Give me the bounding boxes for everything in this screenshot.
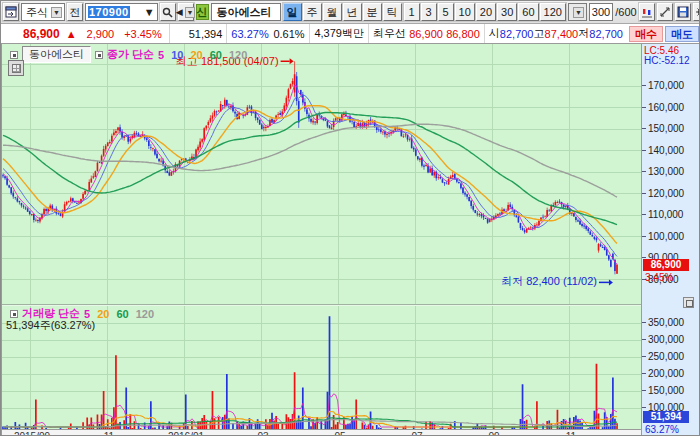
date-label: 05 [317,431,363,436]
volume-gridlines [2,306,642,429]
tick-mark [642,257,646,258]
best-bid: 86,800 [446,28,480,40]
high-label: 고 [534,26,545,41]
price-chart-canvas[interactable]: 최고 181,500 (04/07)최저 82,400 (11/02) [2,44,642,304]
legend-checkbox[interactable] [10,310,18,318]
settings-button[interactable] [693,3,700,21]
volume-tick-label: 350,000 [648,317,684,328]
price-change: 2,900 [87,28,115,40]
price-tick: 140,000 [642,145,684,156]
price-tick: 120,000 [642,188,684,199]
minute-button-60[interactable]: 60 [518,3,538,21]
legend-checkbox[interactable] [95,51,103,59]
chart-area: 최고 181,500 (04/07)최저 82,400 (11/02) 동아에스… [1,44,641,436]
tick-mark [642,339,646,340]
volume-chart-canvas[interactable] [2,306,642,429]
volume-tick-label: 200,000 [648,368,684,379]
price-tick-label: 160,000 [648,102,684,113]
main-toolbar: 주식▼ 전 170900▼ ◀▼ 신 동아에스티 일주월년분틱 13510203… [1,1,700,24]
scale-icon [659,6,671,18]
current-price: 86,900 [23,27,60,41]
low-label: 저 [578,26,589,41]
best-quote-label: 최우선 [373,26,406,41]
tick-mark [642,214,646,215]
volume-tick: 150,000 [642,385,684,396]
minute-button-group: 13510203060120 [404,3,566,21]
period-button-monthly[interactable]: 월 [323,3,342,21]
tick-mark [642,356,646,357]
low-annotation: 최저 82,400 (11/02) [501,275,597,287]
sell-button[interactable]: 매도 [665,26,699,42]
volume-tick: 350,000 [642,317,684,328]
date-label: 2016/01 [163,431,209,436]
date-label: 2015/09 [9,431,55,436]
open-label: 시 [489,26,500,41]
stock-name-field[interactable]: 동아에스티 [211,3,281,21]
tick-mark [642,85,646,86]
volume-value: 51,394 [189,28,223,40]
date-label: 11 [86,431,132,436]
volume-tick-label: 300,000 [648,334,684,345]
period-button-yearly[interactable]: 년 [343,3,362,21]
bar-count-input[interactable]: 300 [589,3,613,21]
panel-option-button[interactable] [683,297,694,308]
low-arrow-icon [609,279,613,285]
change-percent: +3.45% [124,28,162,40]
minute-button-120[interactable]: 120 [540,3,566,21]
current-change-badge: 3.45% [645,272,673,283]
tick-mark [642,373,646,374]
best-ask: 86,900 [409,28,443,40]
interval-combo[interactable]: ▼ [568,3,587,21]
open-price: 82,700 [500,28,534,40]
volume-tick: 250,000 [642,351,684,362]
candle-move-icon [641,6,653,18]
price-tick: 130,000 [642,166,684,177]
minute-button-1[interactable]: 1 [404,3,420,21]
tick-mark [642,150,646,151]
period-button-weekly[interactable]: 주 [303,3,322,21]
market-all-button[interactable]: 전 [67,3,83,21]
price-tick: 110,000 [642,209,683,220]
stock-code-input[interactable]: 170900▼ [85,3,158,21]
save-button[interactable] [675,3,691,21]
asset-type-combo[interactable]: 주식▼ [21,3,65,21]
tick-mark [642,193,646,194]
tick-mark [642,171,646,172]
price-tick-label: 170,000 [648,80,684,91]
price-tick-label: 130,000 [648,166,684,177]
low-price: 82,700 [589,28,623,40]
chart-tool-button[interactable] [8,60,24,76]
minute-button-10[interactable]: 10 [455,3,475,21]
current-volume-badge: 51,394 [643,411,689,423]
chevron-down-icon: ▼ [51,7,62,18]
prev-stock-button[interactable]: ◀▼ [178,3,194,21]
left-arrow-icon: ◀ [176,7,183,17]
minute-button-30[interactable]: 30 [497,3,517,21]
tick-mark [642,390,646,391]
up-arrow-icon: ▲ [66,28,77,40]
stock-search-button[interactable] [160,3,176,21]
legend-checkbox[interactable] [10,51,18,59]
minute-button-20[interactable]: 20 [476,3,496,21]
period-button-group: 일주월년분틱 [283,3,402,21]
volume-tick: 200,000 [642,368,684,379]
period-button-daily[interactable]: 일 [283,3,302,21]
chevron-down-icon[interactable]: ▼ [144,6,155,18]
down-volume-bars [2,316,616,429]
period-button-minute[interactable]: 분 [363,3,382,21]
chart-shift-button[interactable] [639,3,655,21]
screen-switch-button[interactable] [3,3,19,21]
volume-tick-label: 150,000 [648,385,684,396]
price-axis-panel: LC:5.46 HC:-52.12 86,900 3.45% 51,394 63… [641,44,700,436]
minute-button-5[interactable]: 5 [438,3,454,21]
current-price-badge: 86,900 [643,259,689,271]
scale-tool-button[interactable] [657,3,673,21]
tick-mark [642,322,646,323]
price-tick-label: 100,000 [648,231,684,242]
price-tick: 170,000 [642,80,684,91]
buy-button[interactable]: 매수 [629,26,663,42]
gear-icon [695,6,700,18]
period-button-tick[interactable]: 틱 [383,3,402,21]
tick-mark [642,107,646,108]
minute-button-3[interactable]: 3 [421,3,437,21]
